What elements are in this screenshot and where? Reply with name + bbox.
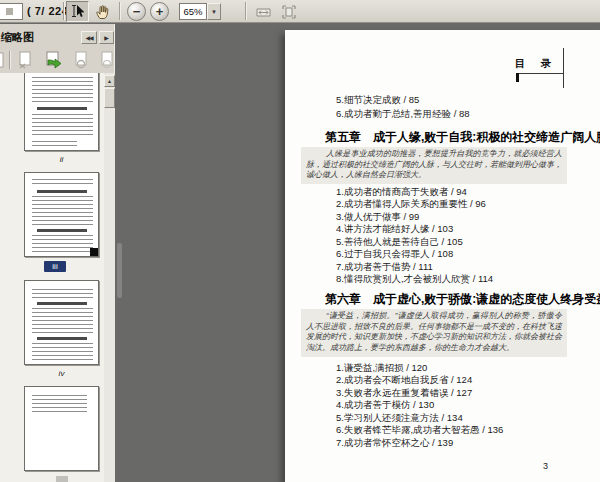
sidebar-scrollbar[interactable]: ▲	[104, 73, 115, 482]
chapter6-title: 第六章 成于虚心,败于骄傲:谦虚的态度使人终身受益	[325, 291, 600, 308]
hand-tool-button[interactable]	[91, 1, 114, 22]
chapter4-tail-items: 5.细节决定成败 / 85 6.成功者勤于总结,善用经验 / 88	[336, 93, 470, 120]
thumbnail-page-iv[interactable]	[24, 280, 99, 365]
right-arrow-icon: ▶	[104, 34, 109, 41]
toc-item: 7.成功者常怀空杯之心 / 139	[336, 437, 503, 449]
toc-item: 1.成功者的情商高于失败者 / 94	[336, 186, 493, 198]
toolbar: ( 7/ 224) − + 65%	[0, 0, 600, 23]
thumbnail-label-selected: iii	[44, 261, 66, 272]
plus-icon: +	[156, 5, 164, 18]
thumbnail-panel: ii iii iv	[0, 73, 104, 482]
select-cursor-icon	[71, 4, 85, 19]
current-view-indicator[interactable]	[90, 248, 98, 256]
copy-page-icon	[98, 51, 116, 70]
sidebar-icon-row	[0, 48, 115, 72]
toc-item: 7.成功者善于借势 / 111	[336, 261, 493, 273]
zoom-out-button[interactable]: −	[127, 2, 146, 21]
page-footer-number: 3	[543, 461, 548, 471]
toc-header: 目 录	[515, 57, 557, 71]
toc-item: 4.成功者善于模仿 / 130	[336, 399, 503, 411]
toc-item: 3.做人优于做事 / 99	[336, 211, 493, 223]
thumbnail-label-partial	[56, 476, 68, 482]
toc-item: 2.成功者会不断地自我反省 / 124	[336, 374, 503, 386]
thumbnail-page-ii[interactable]	[24, 73, 99, 151]
chevron-down-icon: ▼	[211, 9, 217, 15]
triangle-up-icon: ▲	[107, 78, 112, 84]
main-vertical-scrollbar-thumb[interactable]	[117, 243, 122, 298]
thumbnail-page-iii[interactable]	[24, 172, 99, 257]
thumbnail-page-v[interactable]	[24, 386, 99, 471]
toc-item: 6.过于自我只会得罪人 / 108	[336, 248, 493, 260]
sidebar-next-button[interactable]: ▶	[99, 31, 114, 44]
sidebar-title: 缩略图	[1, 30, 34, 45]
toc-item: 2.成功者懂得人际关系的重要性 / 96	[336, 198, 493, 210]
chapter6-intro: “谦受益，满招损。”谦虚使人取得成功，赢得别人的称赞，骄傲令人不思进取，招致不良…	[301, 309, 567, 357]
toc-header-rule	[516, 73, 564, 74]
document-page: 目 录 5.细节决定成败 / 85 6.成功者勤于总结,善用经验 / 88 第五…	[285, 30, 600, 482]
extract-page-button[interactable]	[41, 49, 65, 71]
toc-item: 5.细节决定成败 / 85	[336, 93, 470, 107]
toc-item: 4.讲方法才能结好人缘 / 103	[336, 223, 493, 235]
chapter5-item-list: 1.成功者的情商高于失败者 / 94 2.成功者懂得人际关系的重要性 / 96 …	[336, 186, 493, 286]
delete-page-button[interactable]	[13, 49, 37, 71]
pdf-reader-window: ( 7/ 224) − + 65%	[0, 0, 600, 482]
copy-page-button[interactable]	[95, 49, 119, 71]
toc-item: 6.成功者勤于总结,善用经验 / 88	[336, 107, 470, 121]
toolbar-separator	[245, 2, 247, 20]
double-left-arrow-icon: ◀◀	[85, 34, 92, 41]
fit-page-icon	[281, 4, 297, 20]
toc-item: 8.懂得欣赏别人,才会被别人欣赏 / 114	[336, 273, 493, 285]
thumbnail-label: ii	[24, 155, 99, 164]
thumbnail-label: iv	[24, 369, 99, 378]
toc-item: 3.失败者永远在重复着错误 / 127	[336, 387, 503, 399]
scrollbar-thumb[interactable]	[104, 88, 115, 108]
rotate-page-button[interactable]	[69, 49, 93, 71]
scroll-up-button[interactable]: ▲	[104, 75, 115, 87]
toolbar-separator	[63, 2, 65, 20]
toolbar-separator	[119, 2, 121, 20]
chapter6-item-list: 1.谦受益,满招损 / 120 2.成功者会不断地自我反省 / 124 3.失败…	[336, 362, 503, 449]
chapter5-title: 第五章 成于人缘,败于自我:积极的社交缔造广阔人脉	[325, 129, 600, 146]
toc-item: 5.善待他人就是善待自己 / 105	[336, 236, 493, 248]
zoom-dropdown-button[interactable]: ▼	[207, 3, 221, 20]
zoom-level-input[interactable]: 65%	[179, 3, 207, 20]
select-tool-button[interactable]	[66, 1, 89, 22]
chapter5-intro: 人缘是事业成功的助推器，要想提升自我的竞争力，就必须经营人脉，通过积极的社交缔造…	[301, 147, 567, 184]
sidebar-collapse-button[interactable]: ◀◀	[81, 31, 97, 44]
extract-page-green-arrow-icon	[43, 51, 63, 70]
toc-item: 5.学习别人还须注意方法 / 134	[336, 412, 503, 424]
minus-icon: −	[133, 5, 141, 18]
hand-icon	[95, 4, 111, 20]
toc-header-vertical-rule	[563, 48, 564, 88]
zoom-level-value: 65%	[183, 6, 202, 17]
rotate-page-icon	[72, 51, 90, 70]
fit-page-button[interactable]	[279, 3, 299, 21]
toc-item: 6.失败者锋芒毕露,成功者大智若愚 / 136	[336, 424, 503, 436]
zoom-in-button[interactable]: +	[150, 2, 169, 21]
page-input-icon	[6, 8, 13, 15]
toc-item: 1.谦受益,满招损 / 120	[336, 362, 503, 374]
fit-width-icon	[255, 5, 272, 19]
sidebar-separator	[9, 51, 11, 69]
thumbnail-sidebar: 缩略图 ◀◀ ▶	[0, 24, 115, 482]
toc-header-tick	[516, 73, 519, 82]
fit-width-button[interactable]	[253, 3, 273, 21]
thumbnail-label	[24, 475, 99, 482]
delete-page-icon	[16, 51, 34, 70]
page-number-input[interactable]	[0, 3, 23, 20]
